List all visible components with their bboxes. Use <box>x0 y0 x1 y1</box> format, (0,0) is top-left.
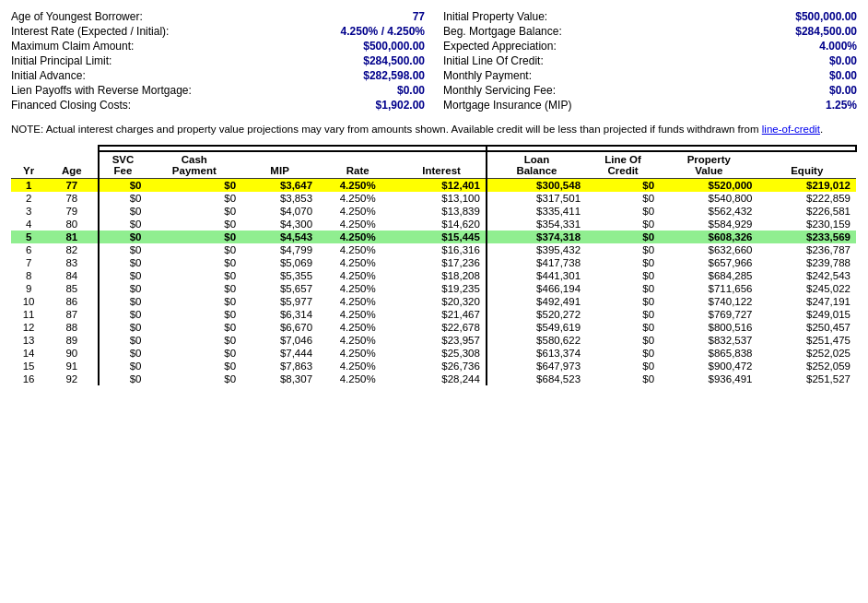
cell: 92 <box>46 372 98 385</box>
table-row: 1389$0$0$7,0464.250%$23,957$580,622$0$83… <box>11 334 856 347</box>
table-row: 1490$0$0$7,4444.250%$25,308$613,374$0$86… <box>11 347 856 360</box>
cell: $632,660 <box>660 243 757 256</box>
cell: $613,374 <box>487 347 586 360</box>
cell: 84 <box>46 269 98 282</box>
info-value: $1,902.00 <box>376 99 425 112</box>
cell: $242,543 <box>758 269 856 282</box>
info-row: Maximum Claim Amount:$500,000.00 <box>11 39 425 53</box>
cell: $251,475 <box>758 334 856 347</box>
cell: $0 <box>99 308 147 321</box>
cell: 4.250% <box>318 308 397 321</box>
left-info: Age of Youngest Borrower:77Interest Rate… <box>11 9 425 112</box>
cell: 91 <box>46 360 98 372</box>
info-row: Initial Property Value:$500,000.00 <box>443 9 857 24</box>
cell: $5,657 <box>241 282 318 295</box>
table-row: 278$0$0$3,8534.250%$13,100$317,501$0$540… <box>11 192 856 205</box>
cell: 4.250% <box>318 321 397 334</box>
cell: $0 <box>99 231 147 243</box>
cell: $466,194 <box>487 282 586 295</box>
cell: 1 <box>11 179 46 193</box>
col-header-age: Age <box>46 151 98 179</box>
cell: $0 <box>99 205 147 218</box>
cell: $657,966 <box>660 256 757 269</box>
cell: $0 <box>147 360 241 372</box>
col-header-mip: MIP <box>241 151 318 179</box>
cell: 4.250% <box>318 231 397 243</box>
cell: 4.250% <box>318 256 397 269</box>
info-row: Initial Principal Limit:$284,500.00 <box>11 53 425 68</box>
cell: $4,300 <box>241 218 318 231</box>
cell: $684,523 <box>487 372 586 385</box>
cell: $0 <box>586 295 660 308</box>
info-value: $0.00 <box>829 84 857 97</box>
info-value: 4.250% / 4.250% <box>341 25 425 38</box>
info-value: 77 <box>413 10 425 23</box>
cell: $520,000 <box>660 179 757 193</box>
cell: $5,069 <box>241 256 318 269</box>
col-header-rate: Rate <box>318 151 397 179</box>
info-label: Beg. Mortgage Balance: <box>443 25 562 38</box>
cell: $0 <box>147 282 241 295</box>
info-value: $0.00 <box>397 84 425 97</box>
cell: $549,619 <box>487 321 586 334</box>
cell: $247,191 <box>758 295 856 308</box>
cell: $5,977 <box>241 295 318 308</box>
cell: $0 <box>147 321 241 334</box>
cell: $20,320 <box>397 295 487 308</box>
cell: $239,788 <box>758 256 856 269</box>
info-label: Initial Advance: <box>11 69 86 82</box>
table-row: 985$0$0$5,6574.250%$19,235$466,194$0$711… <box>11 282 856 295</box>
cell: 88 <box>46 321 98 334</box>
table-row: 1591$0$0$7,8634.250%$26,736$647,973$0$90… <box>11 360 856 372</box>
cell: $0 <box>147 347 241 360</box>
cell: $16,316 <box>397 243 487 256</box>
cell: $300,548 <box>487 179 586 193</box>
cell: 4.250% <box>318 347 397 360</box>
cell: $0 <box>147 295 241 308</box>
cell: $14,620 <box>397 218 487 231</box>
col-header-line-of: Line Of <box>586 151 660 165</box>
cell: 4.250% <box>318 192 397 205</box>
info-row: Expected Appreciation:4.000% <box>443 39 857 53</box>
info-value: $0.00 <box>829 69 857 82</box>
info-label: Initial Principal Limit: <box>11 54 111 67</box>
cell: $12,401 <box>397 179 487 193</box>
cell: $0 <box>586 205 660 218</box>
cell: 15 <box>11 360 46 372</box>
cell: $3,647 <box>241 179 318 193</box>
cell: $0 <box>99 192 147 205</box>
cell: $0 <box>586 334 660 347</box>
cell: 83 <box>46 256 98 269</box>
cell: 4.250% <box>318 218 397 231</box>
col-header-equity: Equity <box>758 151 856 179</box>
info-value: $284,500.00 <box>795 25 857 38</box>
cell: $0 <box>586 321 660 334</box>
cell: $226,581 <box>758 205 856 218</box>
cell: $769,727 <box>660 308 757 321</box>
cell: 81 <box>46 231 98 243</box>
cell: $0 <box>147 231 241 243</box>
cell: $0 <box>147 243 241 256</box>
cell: $0 <box>586 360 660 372</box>
table-row: 480$0$0$4,3004.250%$14,620$354,331$0$584… <box>11 218 856 231</box>
col-subheader-value: Value <box>660 165 757 179</box>
table-row: 379$0$0$4,0704.250%$13,839$335,411$0$562… <box>11 205 856 218</box>
cell: $0 <box>147 269 241 282</box>
info-value: $500,000.00 <box>795 10 857 23</box>
cell: 87 <box>46 308 98 321</box>
info-label: Financed Closing Costs: <box>11 99 131 112</box>
table-row: 581$0$0$4,5434.250%$15,445$374,318$0$608… <box>11 231 856 243</box>
cell: 80 <box>46 218 98 231</box>
info-label: Maximum Claim Amount: <box>11 40 134 53</box>
cell: $0 <box>147 192 241 205</box>
cell: $18,208 <box>397 269 487 282</box>
table-row: 1692$0$0$8,3074.250%$28,244$684,523$0$93… <box>11 372 856 385</box>
cell: 12 <box>11 321 46 334</box>
cell: $647,973 <box>487 360 586 372</box>
info-row: Age of Youngest Borrower:77 <box>11 9 425 24</box>
cell: 10 <box>11 295 46 308</box>
cell: 5 <box>11 231 46 243</box>
info-label: Monthly Servicing Fee: <box>443 84 556 97</box>
cell: 6 <box>11 243 46 256</box>
col-header-loan: Loan <box>487 151 586 165</box>
